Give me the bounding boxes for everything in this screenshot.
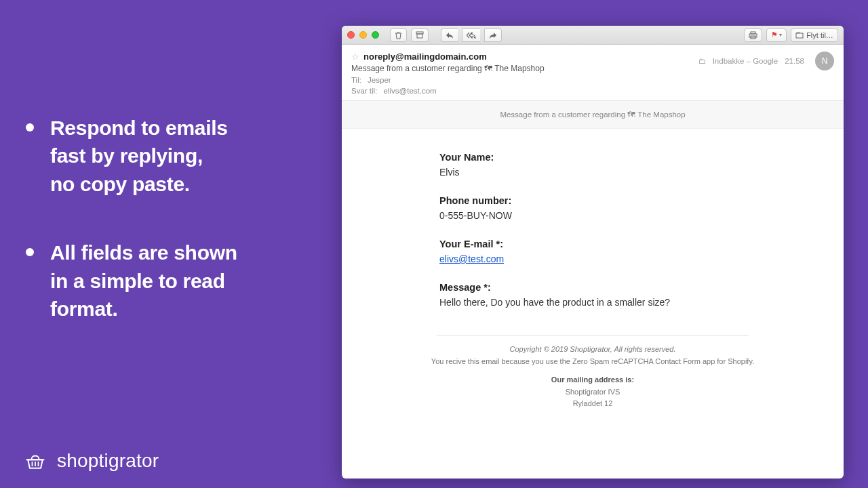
forward-button[interactable] bbox=[484, 28, 502, 42]
brand: shoptigrator bbox=[23, 449, 159, 473]
message-footer: Copyright © 2019 Shoptigrator, All right… bbox=[342, 336, 844, 410]
zoom-window-button[interactable] bbox=[372, 31, 379, 39]
mail-window: ⚑ ▾ Flyt til… ☆ noreply@mailingdomain.co… bbox=[342, 26, 844, 479]
reply-to-value: elivs@test.com bbox=[384, 87, 437, 95]
traffic-lights bbox=[347, 31, 379, 39]
print-button[interactable] bbox=[744, 28, 762, 42]
message-header: ☆ noreply@mailingdomain.com Message from… bbox=[342, 45, 844, 101]
close-window-button[interactable] bbox=[347, 31, 355, 39]
text: fast by replying, bbox=[50, 144, 203, 167]
marketing-copy: Respond to emails fast by replying, no c… bbox=[26, 114, 311, 363]
from-address: noreply@mailingdomain.com bbox=[363, 52, 487, 62]
address-heading: Our mailing address is: bbox=[362, 374, 823, 386]
field-email: Your E-mail *: elivs@test.com bbox=[439, 239, 751, 264]
received-time: 21.58 bbox=[785, 57, 804, 65]
header-meta: 🗀 Indbakke – Google 21.58 N bbox=[698, 52, 834, 70]
address-line: Ryladdet 12 bbox=[362, 398, 823, 410]
text: no copy paste. bbox=[50, 173, 190, 195]
field-phone: Phone number: 0-555-BUY-NOW bbox=[439, 195, 751, 221]
avatar: N bbox=[815, 52, 834, 70]
text: The Mapshop bbox=[494, 64, 544, 73]
field-message: Message *: Hello there, Do you have the … bbox=[439, 282, 751, 308]
text: in a simple to read bbox=[50, 270, 225, 292]
svg-rect-1 bbox=[417, 34, 422, 38]
reply-all-button[interactable] bbox=[462, 28, 480, 42]
text: The Mapshop bbox=[637, 110, 685, 119]
to-label: Til: bbox=[351, 76, 361, 84]
flag-icon: ⚑ bbox=[771, 30, 778, 39]
text: Message from a customer regarding bbox=[500, 110, 627, 119]
message-body: Message from a customer regarding 🗺 The … bbox=[342, 101, 844, 479]
text: All fields are shown bbox=[50, 241, 237, 264]
move-to-icon bbox=[795, 32, 804, 39]
map-emoji-icon: 🗺 bbox=[484, 64, 492, 73]
trash-button[interactable] bbox=[390, 28, 407, 42]
text: Respond to emails bbox=[50, 117, 228, 139]
map-emoji-icon: 🗺 bbox=[627, 110, 635, 119]
field-name: Your Name: Elvis bbox=[439, 152, 751, 178]
field-value: Hello there, Do you have the product in … bbox=[439, 297, 751, 308]
footer-reason: You recive this email because you use th… bbox=[362, 356, 823, 368]
folder-icon: 🗀 bbox=[698, 57, 706, 65]
window-toolbar: ⚑ ▾ Flyt til… bbox=[342, 26, 844, 45]
printer-icon bbox=[749, 31, 757, 39]
field-label: Message *: bbox=[439, 282, 751, 293]
to-row: Til: Jesper bbox=[351, 76, 834, 84]
field-label: Your E-mail *: bbox=[439, 239, 751, 249]
forward-icon bbox=[489, 32, 497, 39]
minimize-window-button[interactable] bbox=[359, 31, 367, 39]
brand-name: shoptigrator bbox=[57, 450, 159, 472]
text: format. bbox=[50, 298, 118, 320]
chevron-down-icon: ▾ bbox=[779, 32, 782, 38]
to-value: Jesper bbox=[368, 76, 391, 84]
archive-icon bbox=[416, 31, 424, 39]
star-icon[interactable]: ☆ bbox=[351, 52, 359, 62]
bullet-2: All fields are shown in a simple to read… bbox=[26, 239, 311, 323]
email-link[interactable]: elivs@test.com bbox=[439, 253, 504, 264]
field-label: Phone number: bbox=[439, 195, 751, 206]
trash-icon bbox=[395, 31, 402, 39]
avatar-letter: N bbox=[822, 56, 828, 66]
copyright-text: Copyright © 2019 Shoptigrator, All right… bbox=[362, 344, 823, 356]
address-line: Shoptigrator IVS bbox=[362, 386, 823, 399]
text: Message from a customer regarding bbox=[351, 64, 484, 73]
folder-name: Indbakke – Google bbox=[713, 57, 778, 65]
reply-button[interactable] bbox=[441, 28, 458, 42]
reply-icon bbox=[446, 32, 454, 39]
field-label: Your Name: bbox=[439, 152, 751, 163]
body-subject-bar: Message from a customer regarding 🗺 The … bbox=[342, 101, 844, 129]
field-value: 0-555-BUY-NOW bbox=[439, 210, 751, 221]
move-to-button[interactable]: Flyt til… bbox=[791, 28, 838, 42]
move-to-label: Flyt til… bbox=[806, 31, 833, 39]
form-fields: Your Name: Elvis Phone number: 0-555-BUY… bbox=[439, 152, 751, 308]
reply-all-icon bbox=[467, 32, 476, 39]
archive-button[interactable] bbox=[411, 28, 429, 42]
flag-button[interactable]: ⚑ ▾ bbox=[766, 28, 787, 42]
brand-basket-icon bbox=[23, 449, 47, 473]
field-value: elivs@test.com bbox=[439, 253, 751, 264]
reply-to-label: Svar til: bbox=[351, 87, 377, 95]
reply-to-row: Svar til: elivs@test.com bbox=[351, 87, 834, 95]
bullet-1: Respond to emails fast by replying, no c… bbox=[26, 114, 311, 198]
field-value: Elvis bbox=[439, 167, 751, 178]
svg-rect-5 bbox=[796, 33, 803, 38]
